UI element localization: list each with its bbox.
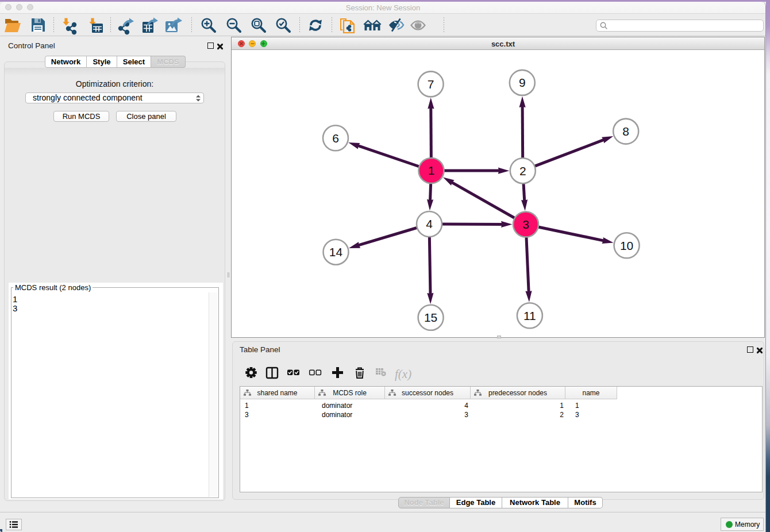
svg-text:2: 2 [519,164,526,178]
svg-text:7: 7 [428,78,434,91]
svg-text:6: 6 [332,132,339,145]
svg-text:9: 9 [519,76,526,89]
svg-text:15: 15 [424,311,437,324]
svg-text:4: 4 [426,217,433,230]
svg-text:3: 3 [522,218,529,231]
svg-text:f(x): f(x) [395,367,411,381]
svg-text:8: 8 [622,125,629,138]
svg-text:10: 10 [620,239,633,252]
svg-text:14: 14 [329,245,343,259]
svg-text:1: 1 [428,164,435,177]
svg-text:11: 11 [523,309,536,322]
